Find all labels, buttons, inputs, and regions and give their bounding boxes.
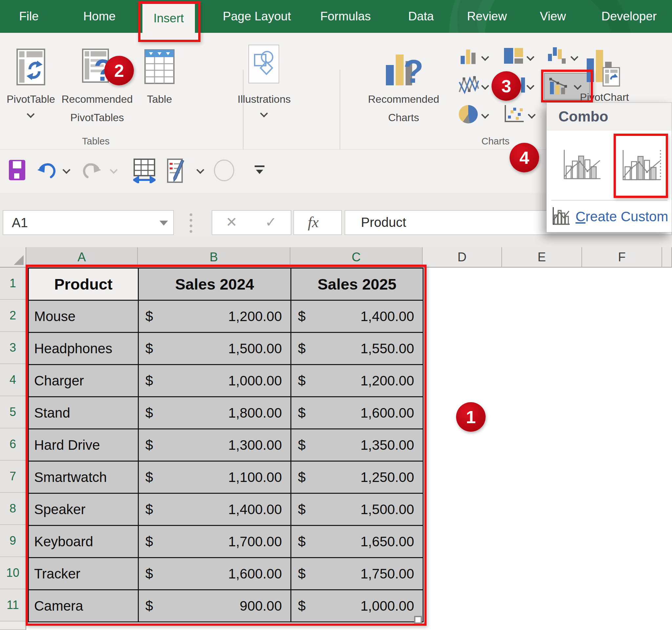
- cancel-enter-box: [212, 210, 291, 235]
- illustrations-button[interactable]: [248, 45, 279, 84]
- undo-chevron-icon[interactable]: [62, 167, 71, 174]
- svg-text:?: ?: [403, 53, 423, 89]
- formula-bar-value: Product: [361, 210, 406, 235]
- tab-view[interactable]: View: [540, 0, 566, 33]
- row-header-10[interactable]: 10: [0, 557, 26, 589]
- row-header-8[interactable]: 8: [0, 493, 26, 525]
- column-header-partial[interactable]: [662, 247, 672, 267]
- menu-separator: [551, 200, 667, 201]
- shapes-icon: [253, 49, 274, 79]
- combo-menu-header: Combo: [547, 103, 672, 130]
- clustered-column-line-icon[interactable]: [562, 147, 602, 184]
- table-button[interactable]: Table: [147, 93, 172, 106]
- recommended-pivottables-button[interactable]: Recommended: [62, 93, 133, 106]
- row-header-2[interactable]: 2: [0, 300, 26, 332]
- excel-window: File Home Page Layout Formulas Data Revi…: [0, 0, 672, 630]
- ribbon-tab-bar: File Home Page Layout Formulas Data Revi…: [0, 0, 672, 33]
- row-header-11[interactable]: 11: [0, 589, 26, 622]
- create-custom-combo-menu-item[interactable]: Create Custom Combo Chart...: [576, 207, 672, 226]
- customize-toolbar-icon[interactable]: [255, 164, 266, 177]
- chevron-down-icon[interactable]: [481, 112, 489, 119]
- tab-page-layout[interactable]: Page Layout: [223, 0, 291, 33]
- row-header-4[interactable]: 4: [0, 364, 26, 396]
- step-badge-3: 3: [491, 71, 521, 101]
- recommended-charts-icon[interactable]: ?: [385, 48, 423, 89]
- row-header-5[interactable]: 5: [0, 396, 26, 428]
- highlight-box-data-range: [26, 264, 427, 626]
- formula-bar-bottom-strip: [0, 236, 672, 247]
- tab-formulas[interactable]: Formulas: [320, 0, 371, 33]
- recommended-charts-button[interactable]: Recommended: [368, 93, 439, 106]
- chevron-down-icon[interactable]: [570, 54, 579, 61]
- recommended-pivottables-button-line2[interactable]: PivotTables: [70, 112, 124, 124]
- step-badge-4: 4: [510, 143, 539, 172]
- row-header-7[interactable]: 7: [0, 461, 26, 493]
- tables-group-label: Tables: [82, 136, 110, 147]
- combo-menu-title: Combo: [558, 103, 608, 130]
- row-header-partial[interactable]: [0, 622, 26, 630]
- chevron-down-icon[interactable]: [526, 54, 535, 61]
- enter-icon[interactable]: ✓: [265, 210, 277, 235]
- tab-review[interactable]: Review: [467, 0, 507, 33]
- chevron-down-icon[interactable]: [481, 83, 489, 90]
- select-all-triangle-icon: [14, 255, 24, 265]
- name-box[interactable]: A1: [3, 210, 174, 235]
- pivottable-button[interactable]: PivotTable: [6, 93, 55, 106]
- chevron-down-icon[interactable]: [27, 111, 35, 118]
- row-header-9[interactable]: 9: [0, 525, 26, 557]
- column-header-D[interactable]: D: [423, 247, 502, 267]
- name-box-dropdown-icon[interactable]: [160, 220, 168, 226]
- pie-chart-icon[interactable]: [459, 105, 478, 123]
- select-all-corner[interactable]: [0, 247, 26, 267]
- redo-icon[interactable]: [83, 162, 102, 180]
- column-chart-icon[interactable]: [459, 47, 478, 66]
- column-header-F[interactable]: F: [582, 247, 662, 267]
- chevron-down-icon[interactable]: [260, 110, 268, 118]
- formula-bar-grip[interactable]: [190, 213, 192, 233]
- tab-data[interactable]: Data: [408, 0, 434, 33]
- column-header-E[interactable]: E: [502, 247, 582, 267]
- charts-group-label: Charts: [481, 136, 509, 147]
- redo-chevron-icon: [110, 167, 118, 174]
- oval-shape-icon[interactable]: [214, 160, 234, 181]
- highlight-box-combo-button: [541, 70, 593, 102]
- step-badge-2: 2: [104, 56, 134, 85]
- illustrations-label[interactable]: Illustrations: [238, 93, 291, 106]
- tab-developer[interactable]: Developer: [601, 0, 657, 33]
- cancel-icon[interactable]: ✕: [226, 210, 237, 235]
- highlight-box-combo-thumbnail: [614, 134, 668, 198]
- step-badge-1: 1: [456, 402, 486, 432]
- waterfall-chart-icon[interactable]: [547, 46, 567, 66]
- row-header-3[interactable]: 3: [0, 332, 26, 364]
- chevron-down-icon[interactable]: [528, 112, 536, 119]
- pivottable-icon[interactable]: [17, 49, 45, 85]
- create-custom-combo-icon: [551, 207, 571, 226]
- save-icon[interactable]: [8, 160, 26, 181]
- edit-document-icon[interactable]: [167, 158, 186, 183]
- row-header-6[interactable]: 6: [0, 428, 26, 461]
- statistic-chart-icon[interactable]: [521, 77, 525, 93]
- fill-handle[interactable]: [414, 616, 422, 624]
- table-icon[interactable]: [144, 49, 174, 84]
- chevron-down-icon[interactable]: [481, 54, 489, 61]
- hierarchy-chart-icon[interactable]: [503, 47, 524, 65]
- row-header-1[interactable]: 1: [0, 267, 26, 300]
- chevron-down-icon[interactable]: [196, 167, 205, 174]
- name-box-value: A1: [12, 211, 28, 234]
- undo-icon[interactable]: [37, 162, 56, 180]
- chevron-down-icon[interactable]: [526, 83, 535, 90]
- scatter-chart-icon[interactable]: [503, 104, 524, 123]
- highlight-box-insert-tab: [138, 1, 200, 42]
- adjust-column-width-icon[interactable]: [133, 158, 155, 183]
- tab-file[interactable]: File: [19, 0, 39, 33]
- recommended-charts-button-line2[interactable]: Charts: [388, 112, 419, 124]
- tab-home[interactable]: Home: [83, 0, 116, 33]
- insert-function-icon[interactable]: fx: [308, 210, 319, 235]
- line-chart-icon[interactable]: [458, 74, 480, 96]
